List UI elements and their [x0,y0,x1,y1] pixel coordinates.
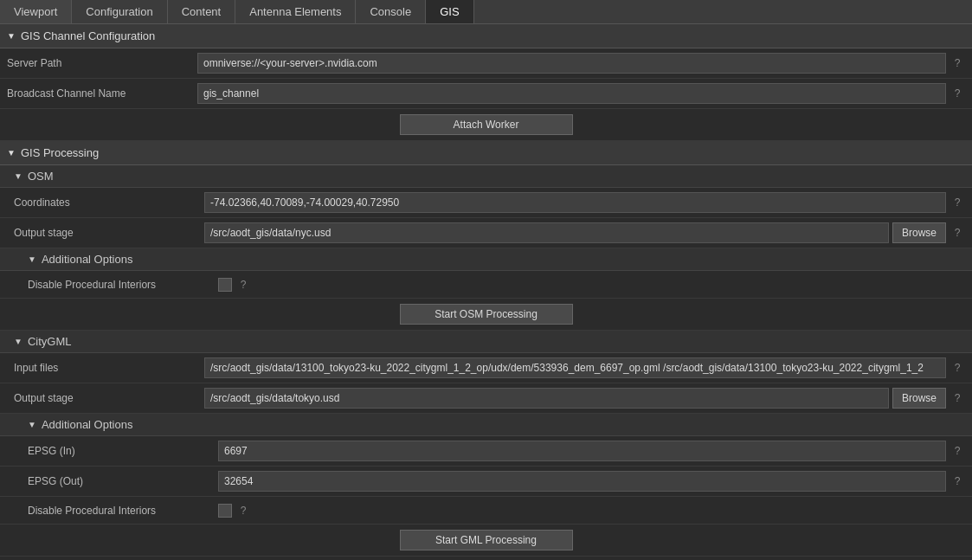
osm-disable-procedural-label: Disable Procedural Interiors [28,279,218,291]
start-osm-processing-button[interactable]: Start OSM Processing [400,304,573,325]
gis-channel-config-label: GIS Channel Configuration [21,29,155,42]
osm-additional-options-arrow-icon: ▼ [28,254,36,264]
osm-arrow-icon: ▼ [14,171,23,181]
citygml-output-stage-row: Output stage Browse ? [0,383,972,414]
osm-additional-options-label: Additional Options [42,253,133,266]
citygml-additional-options-arrow-icon: ▼ [28,420,36,429]
citygml-disable-procedural-checkbox[interactable] [218,504,232,518]
start-osm-processing-row: Start OSM Processing [0,299,972,331]
broadcast-channel-input[interactable] [197,83,946,104]
gis-processing-label: GIS Processing [21,146,99,159]
citygml-disable-procedural-row: Disable Procedural Interiors ? [0,497,972,525]
osm-disable-procedural-input-area: ? [218,278,965,292]
citygml-epsg-out-help-icon[interactable]: ? [949,475,965,487]
start-gml-processing-row: Start GML Processing [0,525,972,557]
citygml-input-files-row: Input files ? [0,353,972,383]
start-gml-processing-button[interactable]: Start GML Processing [400,530,573,550]
osm-disable-procedural-row: Disable Procedural Interiors ? [0,271,972,299]
citygml-disable-procedural-help-icon[interactable]: ? [235,505,251,517]
citygml-epsg-in-row: EPSG (In) ? [0,436,972,467]
citygml-epsg-out-input[interactable] [218,471,946,492]
citygml-browse-button[interactable]: Browse [892,388,946,409]
attach-worker-button[interactable]: Attach Worker [400,114,573,135]
osm-output-stage-row: Output stage Browse ? [0,218,972,248]
server-path-label: Server Path [7,57,197,69]
citygml-input-files-help-icon[interactable]: ? [949,362,965,374]
main-content: ▼ GIS Channel Configuration Server Path … [0,24,972,560]
server-path-row: Server Path ? [0,48,972,79]
gis-channel-config-header[interactable]: ▼ GIS Channel Configuration [0,24,972,48]
citygml-epsg-in-input[interactable] [218,441,946,461]
broadcast-channel-help-icon[interactable]: ? [949,87,965,100]
osm-coordinates-row: Coordinates ? [0,188,972,218]
osm-coordinates-label: Coordinates [14,196,204,209]
tab-viewport[interactable]: Viewport [0,0,72,23]
osm-coordinates-help-icon[interactable]: ? [949,196,965,209]
citygml-arrow-icon: ▼ [14,337,23,346]
citygml-output-stage-input[interactable] [204,388,889,409]
gis-processing-header[interactable]: ▼ GIS Processing [0,141,972,165]
tab-antenna-elements[interactable]: Antenna Elements [235,0,356,23]
citygml-disable-procedural-label: Disable Procedural Interiors [28,505,218,517]
citygml-epsg-out-label: EPSG (Out) [28,475,218,487]
citygml-additional-options-header[interactable]: ▼ Additional Options [0,414,972,436]
citygml-epsg-in-help-icon[interactable]: ? [949,445,965,457]
gis-channel-arrow-icon: ▼ [7,31,16,41]
server-path-help-icon[interactable]: ? [949,57,965,69]
tab-console[interactable]: Console [356,0,426,23]
osm-browse-button[interactable]: Browse [892,222,946,243]
citygml-header[interactable]: ▼ CityGML [0,331,972,353]
gis-processing-arrow-icon: ▼ [7,148,16,158]
citygml-epsg-in-input-area: ? [218,441,965,461]
osm-label: OSM [28,170,54,183]
citygml-additional-options-label: Additional Options [42,418,133,431]
osm-output-stage-help-icon[interactable]: ? [949,227,965,239]
osm-disable-procedural-checkbox-wrap [218,278,232,292]
broadcast-channel-label: Broadcast Channel Name [7,87,197,100]
osm-header[interactable]: ▼ OSM [0,165,972,188]
server-path-input[interactable] [197,53,946,74]
server-path-input-area: ? [197,53,965,74]
citygml-output-stage-label: Output stage [14,392,204,404]
tab-gis[interactable]: GIS [426,0,473,23]
osm-output-stage-input[interactable] [204,222,889,243]
citygml-output-stage-help-icon[interactable]: ? [949,392,965,404]
citygml-input-files-input-area: ? [204,357,965,378]
broadcast-channel-row: Broadcast Channel Name ? [0,79,972,109]
osm-disable-procedural-checkbox[interactable] [218,278,232,292]
osm-coordinates-input[interactable] [204,192,946,213]
osm-output-stage-label: Output stage [14,227,204,239]
osm-output-stage-input-area: Browse ? [204,222,965,243]
broadcast-channel-input-area: ? [197,83,965,104]
citygml-disable-procedural-checkbox-wrap [218,504,232,518]
osm-coordinates-input-area: ? [204,192,965,213]
tab-bar: Viewport Configuration Content Antenna E… [0,0,972,24]
citygml-output-stage-input-area: Browse ? [204,388,965,409]
citygml-epsg-in-label: EPSG (In) [28,445,218,457]
citygml-input-files-input[interactable] [204,357,946,378]
citygml-label: CityGML [28,335,72,348]
tab-configuration[interactable]: Configuration [72,0,167,23]
attach-worker-row: Attach Worker [0,109,972,141]
osm-disable-procedural-help-icon[interactable]: ? [235,279,251,291]
tab-content[interactable]: Content [168,0,236,23]
citygml-epsg-out-row: EPSG (Out) ? [0,467,972,497]
citygml-epsg-out-input-area: ? [218,471,965,492]
citygml-disable-procedural-input-area: ? [218,504,965,518]
osm-additional-options-header[interactable]: ▼ Additional Options [0,248,972,271]
citygml-input-files-label: Input files [14,362,204,374]
